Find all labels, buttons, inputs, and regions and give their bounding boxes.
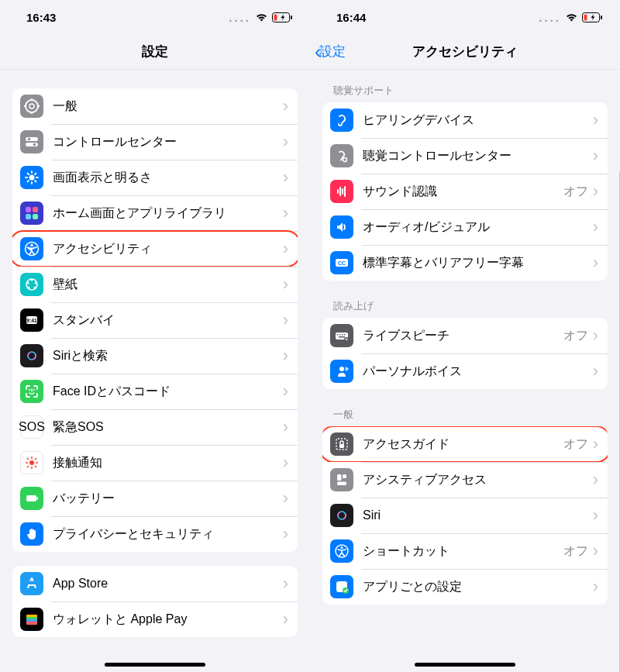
row-standby[interactable]: 9:41スタンバイ› xyxy=(12,302,298,338)
row-soundrec[interactable]: サウンド認識オフ› xyxy=(322,174,608,209)
siri-icon xyxy=(330,504,353,527)
row-label: パーソナルボイス xyxy=(363,364,593,380)
svg-line-18 xyxy=(28,174,29,175)
svg-point-39 xyxy=(29,389,30,391)
svg-text:9:41: 9:41 xyxy=(26,318,37,323)
row-siri[interactable]: Siriと検索› xyxy=(12,338,298,374)
audio-icon xyxy=(330,215,353,239)
row-cc[interactable]: CC標準字幕とバリアフリー字幕› xyxy=(322,245,608,281)
row-grid[interactable]: ホーム画面とアプリライブラリ› xyxy=(12,195,298,231)
chevron-right-icon: › xyxy=(283,310,288,330)
svg-line-49 xyxy=(27,466,29,467)
row-voice[interactable]: パーソナルボイス› xyxy=(322,353,608,389)
row-exposure[interactable]: 接触通知› xyxy=(12,445,298,481)
row-appstore[interactable]: App Store› xyxy=(12,566,298,601)
row-label: ホーム画面とアプリライブラリ xyxy=(53,205,283,222)
row-ear[interactable]: ヒアリングデバイス› xyxy=(322,102,608,138)
svg-line-50 xyxy=(35,458,36,460)
list-content[interactable]: 聴覚サポートヒアリングデバイス›聴覚コントロールセンター›サウンド認識オフ›オー… xyxy=(310,70,620,672)
row-label: ウォレットと Apple Pay xyxy=(53,612,283,628)
row-label: バッテリー xyxy=(53,491,283,507)
chevron-right-icon: › xyxy=(283,453,288,473)
row-accessibility[interactable]: アクセシビリティ› xyxy=(12,231,298,267)
left-screen: 16:43 .... 設定 一般›コントロールセンター›画面表示と明るさ›ホーム… xyxy=(0,0,310,672)
chevron-right-icon: › xyxy=(283,239,288,259)
voice-icon xyxy=(330,360,353,383)
row-earcc[interactable]: 聴覚コントロールセンター› xyxy=(322,138,608,174)
page-title: アクセシビリティ xyxy=(412,43,518,60)
svg-rect-81 xyxy=(337,482,346,486)
svg-point-32 xyxy=(28,287,30,289)
svg-rect-9 xyxy=(26,137,38,141)
chevron-right-icon: › xyxy=(283,132,288,152)
accessibility-icon xyxy=(20,237,43,260)
row-gear[interactable]: 一般› xyxy=(12,88,298,124)
settings-group: ライブスピーチオフ›パーソナルボイス› xyxy=(322,318,608,389)
section-header: 聴覚サポート xyxy=(322,70,608,102)
svg-line-21 xyxy=(35,174,36,175)
row-label: 緊急SOS xyxy=(53,419,283,436)
siri-icon xyxy=(20,344,43,367)
chevron-right-icon: › xyxy=(593,505,598,526)
row-hand[interactable]: プライバシーとセキュリティ› xyxy=(12,516,298,552)
row-label: ライブスピーチ xyxy=(363,328,563,344)
exposure-icon xyxy=(20,451,43,474)
chevron-right-icon: › xyxy=(593,434,598,454)
row-shortcut[interactable]: ショートカットオフ› xyxy=(322,533,608,569)
row-keyboard[interactable]: ライブスピーチオフ› xyxy=(322,318,608,353)
row-audio[interactable]: オーディオ/ビジュアル› xyxy=(322,209,608,245)
shortcut-icon xyxy=(330,539,353,563)
row-siri[interactable]: Siri› xyxy=(322,498,608,533)
time: 16:44 xyxy=(336,11,366,24)
row-faceid[interactable]: Face IDとパスコード› xyxy=(12,374,298,409)
row-perapp[interactable]: アプリごとの設定› xyxy=(322,569,608,605)
grid-icon xyxy=(20,202,43,225)
row-wallpaper[interactable]: 壁紙› xyxy=(12,267,298,302)
chevron-right-icon: › xyxy=(593,253,598,273)
row-brightness[interactable]: 画面表示と明るさ› xyxy=(12,160,298,195)
svg-rect-25 xyxy=(33,214,38,219)
wallet-icon xyxy=(20,608,43,631)
chevron-right-icon: › xyxy=(593,146,598,166)
row-switches[interactable]: コントロールセンター› xyxy=(12,124,298,160)
home-indicator[interactable] xyxy=(105,663,205,667)
row-label: App Store xyxy=(53,577,283,591)
row-label: アプリごとの設定 xyxy=(363,579,593,595)
svg-point-60 xyxy=(343,158,347,162)
row-label: 壁紙 xyxy=(53,277,283,293)
list-content[interactable]: 一般›コントロールセンター›画面表示と明るさ›ホーム画面とアプリライブラリ›アク… xyxy=(0,70,310,672)
chevron-right-icon: › xyxy=(283,488,288,508)
svg-rect-79 xyxy=(337,474,342,481)
back-button[interactable]: ‹ 設定 xyxy=(315,41,346,63)
chevron-right-icon: › xyxy=(283,203,288,223)
wallpaper-icon xyxy=(20,273,43,296)
row-label: プライバシーとセキュリティ xyxy=(53,526,283,543)
row-sos[interactable]: SOS緊急SOS› xyxy=(12,409,298,445)
lockrect-icon xyxy=(330,432,353,456)
chevron-right-icon: › xyxy=(593,110,598,130)
svg-rect-80 xyxy=(343,474,346,478)
perapp-icon xyxy=(330,575,353,598)
wifi-icon xyxy=(565,12,578,22)
svg-rect-56 xyxy=(26,622,37,625)
row-lockrect[interactable]: アクセスガイドオフ› xyxy=(322,426,608,462)
row-label: Siri xyxy=(363,508,593,522)
svg-rect-51 xyxy=(26,495,36,501)
row-battery[interactable]: バッテリー› xyxy=(12,481,298,516)
row-label: アシスティブアクセス xyxy=(363,472,593,488)
svg-rect-52 xyxy=(37,497,39,500)
row-label: Siriと検索 xyxy=(53,348,283,364)
home-indicator[interactable] xyxy=(415,663,515,667)
status-bar: 16:43 .... xyxy=(0,0,310,34)
wifi-icon xyxy=(255,12,268,22)
row-assist[interactable]: アシスティブアクセス› xyxy=(322,462,608,498)
keyboard-icon xyxy=(330,324,353,347)
svg-rect-58 xyxy=(584,14,587,20)
row-label: アクセスガイド xyxy=(363,436,563,453)
row-detail: オフ xyxy=(563,328,588,344)
chevron-right-icon: › xyxy=(593,577,598,597)
svg-rect-59 xyxy=(601,16,602,19)
row-wallet[interactable]: ウォレットと Apple Pay› xyxy=(12,601,298,637)
row-label: ショートカット xyxy=(363,543,563,560)
svg-rect-70 xyxy=(342,334,343,336)
